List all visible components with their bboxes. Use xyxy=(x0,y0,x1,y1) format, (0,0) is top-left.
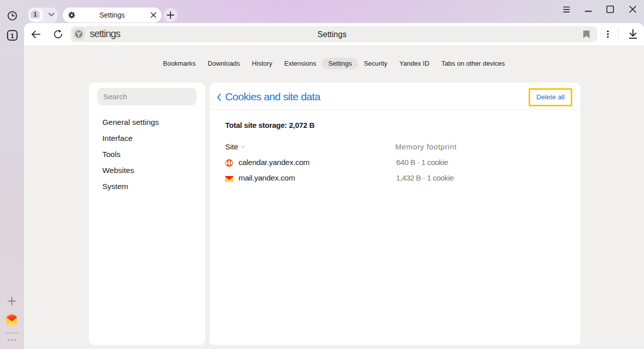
svg-text:1: 1 xyxy=(11,33,14,40)
